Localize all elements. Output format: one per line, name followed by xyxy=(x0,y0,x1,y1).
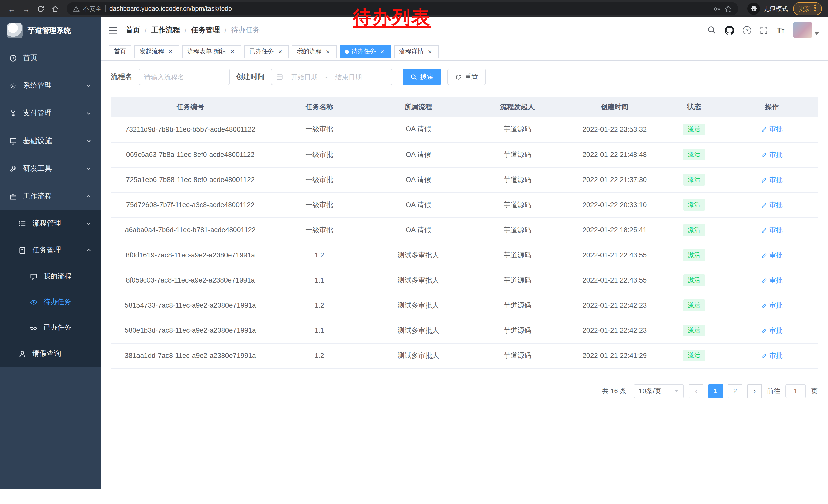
approve-link[interactable]: 审批 xyxy=(761,326,783,335)
approve-link[interactable]: 审批 xyxy=(761,175,783,184)
update-button[interactable]: 更新 xyxy=(793,2,822,15)
sidebar-item-workflow[interactable]: 工作流程 xyxy=(0,183,100,210)
cell-initiator: 芋道源码 xyxy=(468,167,567,192)
sidebar-item-todo-task[interactable]: 待办任务 xyxy=(0,289,100,315)
date-range-picker[interactable]: - xyxy=(271,69,392,85)
prev-page-button[interactable]: ‹ xyxy=(689,384,703,398)
cell-task-id: 069c6a63-7b8a-11ec-8ef0-acde48001122 xyxy=(111,142,270,167)
close-icon[interactable]: × xyxy=(229,48,236,55)
sidebar-item-home[interactable]: 首页 xyxy=(0,44,100,72)
col-process: 所属流程 xyxy=(369,97,468,117)
close-icon[interactable]: × xyxy=(379,48,386,55)
cell-actions: 审批 xyxy=(726,192,818,217)
sidebar-item-done-task[interactable]: 已办任务 xyxy=(0,315,100,340)
back-icon[interactable]: ← xyxy=(5,2,18,15)
page-size-select[interactable]: 10条/页 xyxy=(633,384,684,398)
approve-link[interactable]: 审批 xyxy=(761,225,783,235)
table-row: 58154733-7ac8-11ec-a9e2-a2380e71991a 1.2… xyxy=(111,293,818,318)
sidebar-item-label: 已办任务 xyxy=(44,323,71,332)
table-row: 580e1b3d-7ac8-11ec-a9e2-a2380e71991a 1.1… xyxy=(111,318,818,343)
browser-menu-icon[interactable] xyxy=(814,4,816,13)
table-row: 8f059c03-7ac8-11ec-a9e2-a2380e71991a 1.1… xyxy=(111,268,818,293)
user-menu[interactable] xyxy=(793,21,819,39)
tab-home[interactable]: 首页 xyxy=(109,45,131,58)
status-badge: 激活 xyxy=(683,224,705,236)
cell-task-id: 75d72608-7b7f-11ec-a3c8-acde48001122 xyxy=(111,192,270,217)
start-date-input[interactable] xyxy=(286,73,323,81)
approve-link[interactable]: 审批 xyxy=(761,125,783,134)
help-icon[interactable]: ? xyxy=(743,26,751,34)
page-button-2[interactable]: 2 xyxy=(728,384,742,398)
cell-initiator: 芋道源码 xyxy=(468,293,567,318)
forward-icon[interactable]: → xyxy=(19,2,33,15)
status-badge: 激活 xyxy=(683,249,705,261)
process-name-input[interactable] xyxy=(144,73,224,81)
approve-link[interactable]: 审批 xyxy=(761,250,783,260)
tab-process-detail[interactable]: 流程详情 × xyxy=(394,45,439,58)
close-icon[interactable]: × xyxy=(426,48,433,55)
cell-task-id: a6aba0a4-7b6d-11ec-b781-acde48001122 xyxy=(111,217,270,242)
fold-menu-icon[interactable] xyxy=(109,27,118,34)
cell-initiator: 芋道源码 xyxy=(468,268,567,293)
edit-icon xyxy=(761,302,767,308)
edit-icon xyxy=(761,126,767,133)
approve-link[interactable]: 审批 xyxy=(761,150,783,159)
cell-task-name: 1.2 xyxy=(270,293,369,318)
home-icon[interactable] xyxy=(48,2,61,15)
approve-link[interactable]: 审批 xyxy=(761,200,783,210)
chevron-up-icon xyxy=(86,248,91,253)
warning-icon xyxy=(73,5,80,12)
close-icon[interactable]: × xyxy=(277,48,284,55)
annotation-title: 待办列表 xyxy=(353,5,431,30)
sidebar-item-infra[interactable]: 基础设施 xyxy=(0,127,100,155)
sidebar-item-leave-query[interactable]: 请假查询 xyxy=(0,340,100,367)
sidebar-item-devtools[interactable]: 研发工具 xyxy=(0,155,100,183)
monitor-icon xyxy=(9,137,17,145)
edit-icon xyxy=(761,353,767,359)
sidebar-item-task-mgmt[interactable]: 任务管理 xyxy=(0,237,100,264)
search-icon[interactable] xyxy=(708,26,716,34)
cell-initiator: 芋道源码 xyxy=(468,117,567,142)
tab-form-edit[interactable]: 流程表单-编辑 × xyxy=(182,45,241,58)
reload-icon[interactable] xyxy=(34,2,47,15)
cell-created: 2022-01-21 22:42:23 xyxy=(567,318,662,343)
tab-done-task[interactable]: 已办任务 × xyxy=(244,45,289,58)
end-date-input[interactable] xyxy=(330,73,367,81)
cell-initiator: 芋道源码 xyxy=(468,192,567,217)
approve-link[interactable]: 审批 xyxy=(761,351,783,360)
close-icon[interactable]: × xyxy=(324,48,331,55)
page-button-1[interactable]: 1 xyxy=(708,384,723,398)
cell-task-id: 381aa1dd-7ac8-11ec-a9e2-a2380e71991a xyxy=(111,343,270,368)
github-icon[interactable] xyxy=(725,26,734,35)
breadcrumb-separator: / xyxy=(145,26,147,34)
approve-link[interactable]: 审批 xyxy=(761,276,783,285)
fullscreen-icon[interactable] xyxy=(760,26,768,34)
app-logo-row[interactable]: 芋道管理系统 xyxy=(0,17,100,44)
goto-page-input[interactable] xyxy=(785,384,806,398)
star-icon[interactable] xyxy=(724,5,732,12)
sidebar-item-process-mgmt[interactable]: 流程管理 xyxy=(0,210,100,237)
tab-todo-task[interactable]: 待办任务 × xyxy=(340,45,391,58)
cell-task-name: 一级审批 xyxy=(270,192,369,217)
key-icon[interactable] xyxy=(713,5,721,12)
cell-task-id: 58154733-7ac8-11ec-a9e2-a2380e71991a xyxy=(111,293,270,318)
table-row: 73211d9d-7b9b-11ec-b5b7-acde48001122 一级审… xyxy=(111,117,818,142)
breadcrumb-workflow[interactable]: 工作流程 xyxy=(151,26,180,35)
clipboard-icon xyxy=(18,246,26,254)
sidebar-item-system[interactable]: 系统管理 xyxy=(0,72,100,99)
avatar[interactable] xyxy=(793,21,812,39)
search-button[interactable]: 搜索 xyxy=(403,69,441,85)
approve-link[interactable]: 审批 xyxy=(761,301,783,310)
tab-my-process[interactable]: 我的流程 × xyxy=(292,45,336,58)
close-icon[interactable]: × xyxy=(167,48,174,55)
sidebar-item-my-process[interactable]: 我的流程 xyxy=(0,264,100,289)
wrench-icon xyxy=(9,165,17,173)
font-size-icon[interactable]: TT xyxy=(777,26,784,34)
sidebar-item-payment[interactable]: 支付管理 xyxy=(0,99,100,127)
breadcrumb-home[interactable]: 首页 xyxy=(126,26,140,35)
security-label: 不安全 xyxy=(83,4,101,13)
breadcrumb-task-mgmt[interactable]: 任务管理 xyxy=(191,26,220,35)
next-page-button[interactable]: › xyxy=(747,384,762,398)
tab-start-process[interactable]: 发起流程 × xyxy=(134,45,179,58)
reset-button[interactable]: 重置 xyxy=(447,69,486,85)
